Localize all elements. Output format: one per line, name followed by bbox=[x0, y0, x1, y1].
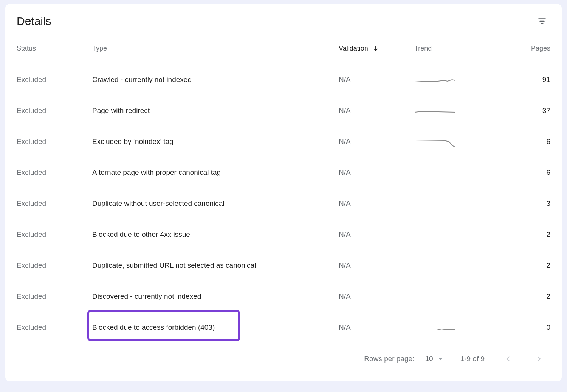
table-footer: Rows per page: 10 1-9 of 9 bbox=[5, 343, 562, 369]
cell-pages: 0 bbox=[501, 323, 550, 332]
prev-page-button[interactable] bbox=[500, 351, 516, 366]
cell-status: Excluded bbox=[17, 199, 92, 208]
trend-sparkline bbox=[414, 165, 456, 180]
chevron-left-icon bbox=[504, 355, 512, 363]
cell-type: Blocked due to other 4xx issue bbox=[92, 230, 339, 239]
cell-type: Page with redirect bbox=[92, 106, 339, 115]
col-header-validation[interactable]: Validation bbox=[339, 45, 414, 52]
rows-per-page: Rows per page: 10 bbox=[364, 355, 444, 363]
trend-sparkline bbox=[414, 196, 456, 211]
filter-icon bbox=[537, 16, 547, 26]
sort-descending-icon bbox=[372, 45, 380, 52]
cell-pages: 2 bbox=[501, 292, 550, 301]
cell-validation: N/A bbox=[339, 323, 414, 332]
details-table: Status Type Validation Trend Pages Exclu… bbox=[5, 33, 562, 343]
cell-type: Duplicate without user-selected canonica… bbox=[92, 199, 339, 208]
col-header-status[interactable]: Status bbox=[17, 45, 92, 52]
trend-sparkline bbox=[414, 258, 456, 273]
cell-trend bbox=[414, 134, 501, 149]
cell-pages: 37 bbox=[501, 106, 550, 115]
rows-per-page-select[interactable]: 10 bbox=[425, 355, 444, 363]
cell-status: Excluded bbox=[17, 106, 92, 115]
table-row[interactable]: ExcludedBlocked due to other 4xx issueN/… bbox=[5, 219, 562, 250]
table-row[interactable]: ExcludedDuplicate without user-selected … bbox=[5, 188, 562, 219]
col-header-pages[interactable]: Pages bbox=[501, 45, 550, 52]
details-card: Details Status Type Validation Trend Pag… bbox=[5, 4, 562, 381]
table-row[interactable]: ExcludedExcluded by ‘noindex’ tagN/A6 bbox=[5, 126, 562, 157]
table-row[interactable]: ExcludedDuplicate, submitted URL not sel… bbox=[5, 250, 562, 281]
cell-type: Discovered - currently not indexed bbox=[92, 292, 339, 301]
cell-status: Excluded bbox=[17, 230, 92, 239]
cell-status: Excluded bbox=[17, 261, 92, 270]
dropdown-icon bbox=[436, 355, 445, 363]
trend-sparkline bbox=[414, 134, 456, 149]
cell-type: Excluded by ‘noindex’ tag bbox=[92, 137, 339, 146]
table-row[interactable]: ExcludedAlternate page with proper canon… bbox=[5, 157, 562, 188]
table-header-row: Status Type Validation Trend Pages bbox=[5, 33, 562, 64]
cell-trend bbox=[414, 196, 501, 211]
trend-sparkline bbox=[414, 72, 456, 87]
cell-pages: 2 bbox=[501, 230, 550, 239]
next-page-button[interactable] bbox=[531, 351, 547, 366]
cell-validation: N/A bbox=[339, 199, 414, 208]
cell-trend bbox=[414, 165, 501, 180]
cell-trend bbox=[414, 258, 501, 273]
cell-status: Excluded bbox=[17, 76, 92, 84]
cell-trend bbox=[414, 72, 501, 87]
cell-pages: 6 bbox=[501, 137, 550, 146]
trend-sparkline bbox=[414, 289, 456, 304]
cell-pages: 91 bbox=[501, 76, 550, 84]
col-header-validation-label: Validation bbox=[339, 45, 368, 52]
table-row[interactable]: ExcludedBlocked due to access forbidden … bbox=[5, 312, 562, 343]
cell-pages: 2 bbox=[501, 261, 550, 270]
cell-type: Blocked due to access forbidden (403) bbox=[92, 323, 339, 332]
table-row[interactable]: ExcludedPage with redirectN/A37 bbox=[5, 95, 562, 126]
rows-per-page-label: Rows per page: bbox=[364, 355, 414, 363]
filter-button[interactable] bbox=[534, 13, 550, 29]
page-title: Details bbox=[17, 15, 51, 28]
cell-status: Excluded bbox=[17, 323, 92, 332]
cell-type: Crawled - currently not indexed bbox=[92, 76, 339, 84]
cell-pages: 6 bbox=[501, 168, 550, 177]
cell-status: Excluded bbox=[17, 168, 92, 177]
col-header-trend[interactable]: Trend bbox=[414, 45, 501, 52]
col-header-type[interactable]: Type bbox=[92, 45, 339, 52]
cell-type: Duplicate, submitted URL not selected as… bbox=[92, 261, 339, 270]
table-row[interactable]: ExcludedDiscovered - currently not index… bbox=[5, 281, 562, 312]
trend-sparkline bbox=[414, 227, 456, 242]
cell-validation: N/A bbox=[339, 137, 414, 146]
cell-trend bbox=[414, 320, 501, 335]
cell-validation: N/A bbox=[339, 168, 414, 177]
pagination-range: 1-9 of 9 bbox=[460, 355, 485, 363]
chevron-right-icon bbox=[535, 355, 543, 363]
cell-trend bbox=[414, 103, 501, 118]
cell-validation: N/A bbox=[339, 261, 414, 270]
table-row[interactable]: ExcludedCrawled - currently not indexedN… bbox=[5, 64, 562, 95]
trend-sparkline bbox=[414, 103, 456, 118]
cell-validation: N/A bbox=[339, 76, 414, 84]
cell-validation: N/A bbox=[339, 106, 414, 115]
cell-pages: 3 bbox=[501, 199, 550, 208]
trend-sparkline bbox=[414, 320, 456, 335]
cell-validation: N/A bbox=[339, 292, 414, 301]
card-header: Details bbox=[5, 4, 562, 33]
rows-per-page-value: 10 bbox=[425, 355, 433, 363]
cell-validation: N/A bbox=[339, 230, 414, 239]
cell-trend bbox=[414, 289, 501, 304]
cell-trend bbox=[414, 227, 501, 242]
cell-type: Alternate page with proper canonical tag bbox=[92, 168, 339, 177]
cell-status: Excluded bbox=[17, 137, 92, 146]
cell-status: Excluded bbox=[17, 292, 92, 301]
